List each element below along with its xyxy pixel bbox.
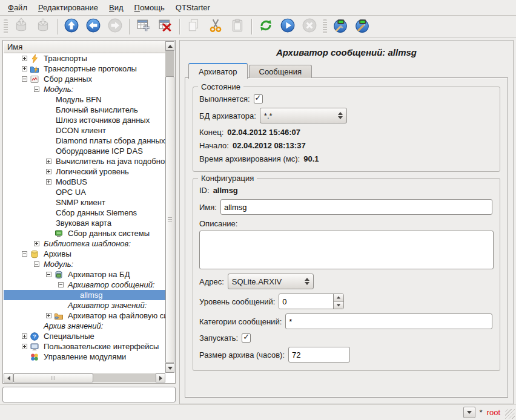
start-button[interactable] [277, 17, 299, 36]
archiver-db-combo[interactable]: *.* [260, 108, 347, 123]
begin-label: Начало: [199, 141, 229, 150]
tree-item[interactable]: OPC UA [4, 187, 165, 197]
delete-item-button[interactable] [154, 17, 176, 36]
expander-plus-icon[interactable] [22, 66, 27, 71]
load-from-db-button[interactable] [10, 17, 32, 36]
tree-item-transports[interactable]: Транспорты [4, 53, 165, 64]
expander-minus-icon[interactable] [46, 272, 51, 277]
spin-up-icon[interactable] [334, 294, 343, 302]
paste-item-button[interactable] [227, 17, 248, 36]
tree-item-module-control[interactable]: Управление модулями [4, 352, 165, 362]
horizontal-scroll-thumb[interactable] [13, 373, 93, 382]
menu-help[interactable]: Помощь [129, 1, 170, 15]
expander-minus-icon[interactable] [22, 76, 27, 82]
tab-archiver[interactable]: Архиватор [188, 63, 248, 79]
tree-item-daq[interactable]: Сбор данных [4, 74, 165, 84]
tree-item-val-archive[interactable]: Архив значений: [4, 321, 165, 331]
tree-item-user-interfaces[interactable]: Пользовательские интерфейсы [4, 341, 165, 352]
qtstarter-config-button[interactable] [329, 17, 351, 36]
expander-plus-icon[interactable] [46, 169, 51, 174]
expander-plus-icon[interactable] [22, 56, 27, 61]
expander-plus-icon[interactable] [46, 159, 51, 164]
address-combo[interactable]: SQLite.ARXIV [228, 274, 314, 289]
go-back-button[interactable] [82, 17, 104, 36]
menu-qtstarter[interactable]: QTStarter [170, 1, 216, 15]
vertical-scroll-thumb[interactable] [165, 76, 174, 363]
tree-item-msg-archivers[interactable]: Архиватор сообщений: [4, 280, 165, 290]
copy-item-button[interactable] [183, 17, 205, 36]
expander-minus-icon[interactable] [34, 87, 39, 92]
tree-item-fs-archiver[interactable]: Архиватор на файловую си [4, 310, 165, 321]
tree-item[interactable]: DCON клиент [4, 125, 165, 136]
expander-plus-icon[interactable] [22, 333, 27, 339]
archive-size-input[interactable] [288, 347, 350, 363]
expander-plus-icon[interactable] [22, 344, 27, 349]
name-input[interactable] [220, 199, 492, 215]
menu-edit[interactable]: Редактирование [33, 1, 104, 15]
tree-item[interactable]: ModBUS [4, 177, 165, 187]
db-archive-icon [54, 270, 64, 280]
spin-down-icon[interactable] [334, 302, 343, 309]
tree-item[interactable]: Шлюз источников данных [4, 115, 165, 125]
tree-item-archives[interactable]: Архивы [4, 249, 165, 259]
expander-minus-icon[interactable] [22, 251, 27, 257]
tree-item-template-lib[interactable]: Библиотека шаблонов: [4, 238, 165, 249]
menu-file[interactable]: Файл [2, 1, 33, 15]
expander-plus-icon[interactable] [46, 179, 51, 185]
expander-plus-icon[interactable] [46, 313, 51, 318]
tree-item[interactable]: Логический уровень [4, 166, 165, 177]
menu-view[interactable]: Вид [104, 1, 129, 15]
description-textarea[interactable] [199, 231, 494, 269]
tree-item-val-archivers[interactable]: Архиватор значений: [4, 300, 165, 310]
expander-plus-icon[interactable] [34, 241, 39, 246]
cut-item-button[interactable] [205, 17, 227, 36]
tree-item-allmsg[interactable]: allmsg [4, 290, 165, 300]
to-start-checkbox[interactable] [242, 333, 251, 343]
running-checkbox[interactable] [254, 94, 263, 103]
tree-filter-input[interactable] [2, 387, 176, 402]
tree-item[interactable]: Блочный вычислитель [4, 105, 165, 115]
tree-item[interactable]: SNMP клиент [4, 197, 165, 208]
up-arrow-icon [64, 18, 79, 35]
tab-messages[interactable]: Сообщения [249, 65, 313, 78]
tree-item-db-archiver[interactable]: Архиватор на БД [4, 269, 165, 280]
expander-minus-icon[interactable] [34, 261, 39, 267]
tree-item-module-group[interactable]: Модуль: [4, 259, 165, 269]
expander-minus-icon[interactable] [58, 282, 64, 287]
add-item-button[interactable] [133, 17, 154, 36]
tree-item[interactable]: Модуль BFN [4, 94, 165, 105]
stop-button[interactable] [299, 17, 320, 36]
message-categories-input[interactable] [285, 313, 492, 329]
archive-size-label: Размер архива (часов): [199, 350, 285, 359]
qtstarter-tools-button[interactable] [351, 17, 373, 36]
go-forward-button[interactable] [104, 17, 126, 36]
scroll-left-icon[interactable] [4, 373, 13, 382]
tree-item[interactable]: Вычислитель на java подобном [4, 156, 165, 166]
tree-item-protocols[interactable]: Транспортные протоколы [4, 64, 165, 74]
message-level-spinbox[interactable] [279, 294, 344, 309]
scroll-up-icon[interactable] [165, 41, 174, 51]
toolbar-handle[interactable] [4, 19, 8, 34]
user-dropdown-button[interactable] [463, 407, 475, 418]
save-to-db-button[interactable] [32, 17, 54, 36]
toolbar-handle[interactable] [323, 19, 327, 34]
tree-item-specials[interactable]: ?Специальные [4, 331, 165, 341]
resize-grip[interactable] [505, 409, 515, 419]
tree-item[interactable]: Diamond платы сбора данных [4, 136, 165, 146]
scroll-right-icon[interactable] [156, 373, 165, 382]
scroll-down-icon[interactable] [165, 363, 174, 373]
spin-buttons[interactable] [333, 294, 343, 309]
tree-vertical-scrollbar[interactable] [165, 41, 174, 373]
go-up-button[interactable] [61, 17, 82, 36]
current-user-label[interactable]: root [487, 408, 500, 417]
tree-item-system-daq[interactable]: Сбор данных системы [4, 228, 165, 238]
tree-header[interactable]: Имя [4, 41, 165, 53]
refresh-button[interactable] [255, 17, 277, 36]
message-level-input[interactable] [279, 294, 333, 309]
tree-horizontal-scrollbar[interactable] [4, 373, 165, 382]
tree-item[interactable]: Оборудование ICP DAS [4, 146, 165, 156]
name-label: Имя: [199, 203, 217, 212]
tree-item[interactable]: Сбор данных Siemens [4, 208, 165, 218]
tree-item-module-group[interactable]: Модуль: [4, 84, 165, 94]
tree-item[interactable]: Звуковая карта [4, 218, 165, 228]
